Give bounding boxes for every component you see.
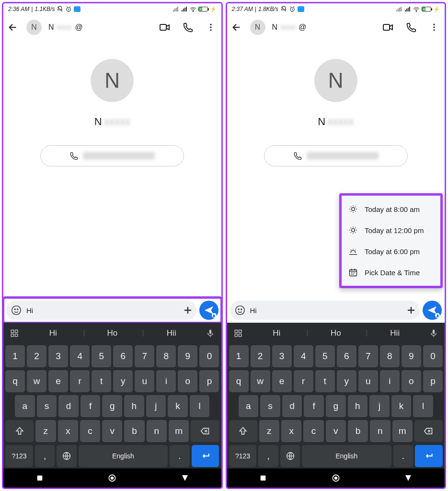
key-x[interactable]: x [58, 420, 78, 442]
key-w[interactable]: w [251, 370, 270, 392]
back-button[interactable] [230, 21, 243, 34]
suggestion-1[interactable]: Hi [24, 328, 82, 338]
key-e[interactable]: e [272, 370, 292, 392]
message-textfield[interactable]: Hi [6, 301, 196, 320]
key-p[interactable]: p [199, 370, 219, 392]
suggestion-3[interactable]: Hii [367, 328, 424, 338]
comma-key[interactable]: , [258, 445, 278, 467]
key-v[interactable]: v [326, 420, 346, 442]
key-2[interactable]: 2 [27, 345, 46, 367]
voice-input-icon[interactable] [425, 325, 442, 341]
key-l[interactable]: l [190, 395, 210, 417]
key-a[interactable]: a [239, 395, 259, 417]
backspace-key[interactable] [191, 420, 219, 442]
video-call-button[interactable] [158, 21, 172, 34]
key-7[interactable]: 7 [358, 345, 378, 367]
key-c[interactable]: c [303, 420, 323, 442]
key-u[interactable]: u [135, 370, 154, 392]
key-1[interactable]: 1 [5, 345, 25, 367]
key-n[interactable]: n [370, 420, 390, 442]
nav-back-button[interactable] [180, 473, 190, 483]
key-z[interactable]: z [35, 420, 56, 442]
comma-key[interactable]: , [35, 445, 55, 467]
key-o[interactable]: o [178, 370, 197, 392]
contact-avatar-small[interactable]: N [250, 20, 265, 35]
key-i[interactable]: i [380, 370, 400, 392]
keyboard-apps-icon[interactable] [6, 325, 23, 341]
key-l[interactable]: l [413, 395, 433, 417]
key-k[interactable]: k [391, 395, 412, 417]
keyboard-apps-icon[interactable] [230, 325, 246, 341]
key-t[interactable]: t [92, 370, 111, 392]
key-m[interactable]: m [169, 420, 189, 442]
key-s[interactable]: s [260, 395, 280, 417]
key-8[interactable]: 8 [156, 345, 176, 367]
key-b[interactable]: b [124, 420, 144, 442]
emoji-picker-icon[interactable] [11, 305, 22, 316]
key-j[interactable]: j [369, 395, 390, 417]
key-b[interactable]: b [348, 420, 368, 442]
key-q[interactable]: q [229, 370, 249, 392]
schedule-option-12pm[interactable]: Today at 12:00 pm [342, 220, 440, 241]
key-y[interactable]: y [337, 370, 356, 392]
backspace-key[interactable] [414, 420, 443, 442]
video-call-button[interactable] [381, 21, 395, 34]
key-9[interactable]: 9 [178, 345, 197, 367]
key-x[interactable]: x [281, 420, 301, 442]
key-a[interactable]: a [15, 395, 35, 417]
suggestion-1[interactable]: Hi [248, 328, 306, 338]
nav-back-button[interactable] [403, 473, 414, 483]
space-key[interactable]: English [302, 445, 391, 467]
send-button[interactable] [199, 301, 218, 320]
more-menu-button[interactable] [427, 21, 441, 34]
key-i[interactable]: i [156, 370, 176, 392]
key-f[interactable]: f [80, 395, 101, 417]
space-key[interactable]: English [79, 445, 168, 467]
key-g[interactable]: g [102, 395, 122, 417]
attachment-button[interactable] [182, 304, 194, 316]
voice-call-button[interactable] [181, 21, 195, 34]
key-v[interactable]: v [102, 420, 122, 442]
language-key[interactable] [280, 445, 300, 467]
schedule-option-6pm[interactable]: Today at 6:00 pm [342, 241, 440, 262]
emoji-picker-icon[interactable] [235, 305, 245, 316]
key-7[interactable]: 7 [135, 345, 154, 367]
key-d[interactable]: d [282, 395, 302, 417]
attachment-button[interactable] [405, 304, 417, 316]
key-c[interactable]: c [80, 420, 100, 442]
key-g[interactable]: g [326, 395, 346, 417]
phone-number-pill[interactable] [264, 145, 408, 166]
message-textfield[interactable]: Hi [230, 301, 420, 320]
nav-home-button[interactable] [331, 473, 341, 483]
enter-key[interactable] [192, 445, 219, 467]
key-h[interactable]: h [124, 395, 144, 417]
contact-avatar-small[interactable]: N [26, 20, 42, 35]
key-w[interactable]: w [27, 370, 46, 392]
schedule-option-custom[interactable]: Pick Date & Time [342, 262, 440, 283]
key-n[interactable]: n [147, 420, 167, 442]
key-1[interactable]: 1 [229, 345, 249, 367]
key-0[interactable]: 0 [423, 345, 443, 367]
key-h[interactable]: h [348, 395, 368, 417]
key-o[interactable]: o [402, 370, 421, 392]
nav-home-button[interactable] [107, 473, 117, 483]
schedule-option-8am[interactable]: Today at 8:00 am [342, 199, 440, 220]
key-5[interactable]: 5 [92, 345, 111, 367]
symbols-key[interactable]: ?123 [5, 445, 33, 467]
send-button[interactable] [423, 301, 442, 320]
nav-recent-button[interactable] [258, 473, 268, 483]
key-3[interactable]: 3 [272, 345, 292, 367]
more-menu-button[interactable] [204, 21, 218, 34]
key-2[interactable]: 2 [251, 345, 270, 367]
key-f[interactable]: f [304, 395, 324, 417]
key-y[interactable]: y [113, 370, 133, 392]
key-3[interactable]: 3 [48, 345, 68, 367]
voice-call-button[interactable] [404, 21, 418, 34]
contact-title[interactable]: Nxxxx@ [272, 23, 375, 32]
period-key[interactable]: . [393, 445, 413, 467]
shift-key[interactable] [5, 420, 34, 442]
key-9[interactable]: 9 [402, 345, 421, 367]
key-4[interactable]: 4 [70, 345, 90, 367]
key-t[interactable]: t [315, 370, 335, 392]
suggestion-3[interactable]: Hii [143, 328, 200, 338]
